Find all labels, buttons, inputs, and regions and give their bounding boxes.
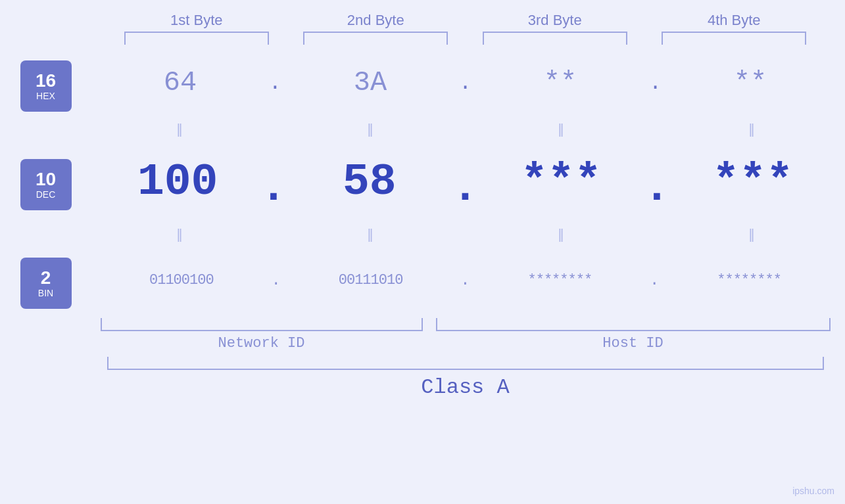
bin-number: 2 (41, 268, 51, 288)
equals-row-1: ‖ ‖ ‖ ‖ (101, 116, 831, 142)
dec-b3: *** (521, 156, 601, 207)
dec-badge: 10 DEC (20, 159, 72, 210)
dec-row: 100 . 58 . *** . *** (101, 142, 831, 221)
dec-b1: 100 (137, 156, 218, 207)
dec-b4: *** (713, 156, 793, 207)
dec-number: 10 (36, 170, 56, 190)
bin-b4: ******** (717, 272, 781, 288)
bottom-bracket-row (101, 318, 831, 331)
hex-dot1: . (269, 71, 281, 95)
host-bracket (436, 318, 831, 331)
byte2-header: 2nd Byte (303, 12, 448, 29)
bracket-b2 (303, 32, 448, 45)
byte3-header: 3rd Byte (483, 12, 627, 29)
dec-dot3: . (644, 166, 671, 210)
dec-b2: 58 (343, 156, 397, 207)
bin-dot3: . (650, 271, 659, 289)
bin-dot1: . (272, 271, 281, 289)
dec-name: DEC (36, 189, 56, 200)
hex-b3: ** (544, 67, 577, 99)
hex-name: HEX (36, 91, 55, 101)
top-brackets (107, 32, 824, 45)
equals-row-2: ‖ ‖ ‖ ‖ (101, 221, 831, 247)
bin-name: BIN (38, 288, 53, 298)
bin-badge: 2 BIN (20, 258, 72, 309)
bin-b2: 00111010 (339, 272, 403, 288)
class-label-container: Class A (107, 375, 824, 400)
main-container: 1st Byte 2nd Byte 3rd Byte 4th Byte 16 H… (0, 0, 845, 504)
bin-dot2: . (460, 271, 470, 289)
watermark: ipshu.com (792, 486, 834, 496)
network-id-label: Network ID (101, 335, 423, 352)
bracket-b1 (124, 32, 269, 45)
hex-dot2: . (459, 71, 471, 95)
id-labels-row: Network ID Host ID (101, 335, 831, 352)
dec-dot1: . (260, 166, 287, 210)
bin-b3: ******** (528, 272, 592, 288)
bracket-b4 (662, 32, 806, 45)
dec-dot2: . (452, 166, 479, 210)
hex-number: 16 (36, 71, 56, 91)
bin-b1: 01100100 (149, 272, 214, 288)
bracket-b3 (483, 32, 627, 45)
host-id-label: Host ID (436, 335, 831, 352)
hex-b2: 3A (354, 67, 387, 99)
hex-row: 64 . 3A . ** . ** (101, 50, 831, 116)
network-bracket (101, 318, 423, 331)
hex-badge: 16 HEX (20, 60, 72, 112)
hex-b1: 64 (164, 67, 197, 99)
bin-row: 01100100 . 00111010 . ******** . *******… (101, 247, 831, 313)
byte4-header: 4th Byte (662, 12, 806, 29)
byte1-header: 1st Byte (124, 12, 269, 29)
outer-bracket (107, 357, 824, 370)
class-label: Class A (421, 375, 509, 400)
hex-dot3: . (649, 71, 662, 95)
hex-b4: ** (734, 67, 767, 99)
byte-headers: 1st Byte 2nd Byte 3rd Byte 4th Byte (107, 12, 824, 29)
